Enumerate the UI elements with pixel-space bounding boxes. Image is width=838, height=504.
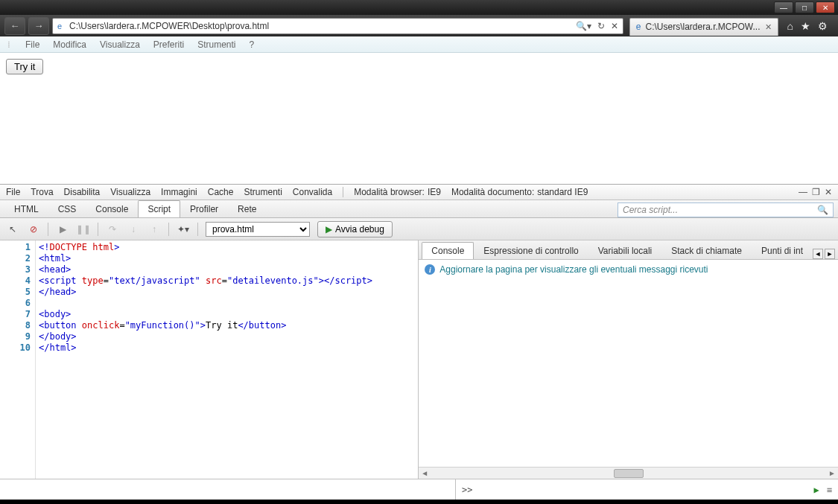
multiline-icon[interactable]: ≡	[827, 485, 832, 495]
step-out-icon[interactable]: ↑	[147, 223, 161, 236]
rtab-espressione[interactable]: Espressione di controllo	[474, 242, 588, 259]
tab-console[interactable]: Console	[86, 200, 138, 217]
devtools-menubar: File Trova Disabilita Visualizza Immagin…	[0, 184, 838, 200]
code-editor[interactable]: <!DOCTYPE html><html><head><script type=…	[36, 240, 418, 479]
console-input-row: >> ▶ ≡	[456, 479, 838, 500]
dev-close-icon[interactable]: ✕	[825, 187, 832, 197]
devtools-main: 12345678910 <!DOCTYPE html><html><head><…	[0, 240, 838, 479]
dev-menu-strumenti[interactable]: Strumenti	[244, 187, 282, 197]
tools-icon[interactable]: ⚙	[818, 20, 828, 32]
page-viewport: Try it	[0, 53, 838, 184]
search-placeholder: Cerca script...	[623, 205, 678, 215]
separator	[48, 223, 48, 236]
maximize-button[interactable]: □	[795, 1, 814, 13]
separator	[197, 223, 198, 236]
tab-title: C:\Users\lardera.r.MCPOW...	[646, 22, 761, 32]
ie-tab-icon: e	[636, 22, 641, 32]
close-button[interactable]: ✕	[816, 1, 835, 13]
tab-rete[interactable]: Rete	[228, 200, 266, 217]
line-gutter: 12345678910	[0, 240, 36, 479]
separator	[343, 187, 343, 197]
rtab-console[interactable]: Console	[422, 242, 474, 259]
search-dropdown-icon[interactable]: 🔍▾	[576, 21, 591, 31]
stop-icon[interactable]: ✕	[611, 21, 618, 31]
dev-undock-icon[interactable]: ❐	[812, 187, 820, 197]
dev-menu-trova[interactable]: Trova	[31, 187, 53, 197]
browser-tab[interactable]: e C:\Users\lardera.r.MCPOW... ✕	[629, 18, 778, 36]
address-bar[interactable]: e C:\Users\lardera.r.MCPOWER\Desktop\pro…	[52, 18, 623, 34]
menu-modifica[interactable]: Modifica	[53, 39, 86, 50]
run-icon[interactable]: ▶	[814, 485, 819, 495]
start-debug-button[interactable]: ▶ Avvia debug	[317, 221, 393, 237]
scroll-left-icon[interactable]: ◄	[419, 469, 431, 477]
dev-menu-visualizza[interactable]: Visualizza	[110, 187, 150, 197]
dev-minimize-icon[interactable]: —	[799, 187, 807, 197]
dev-menu-disabilita[interactable]: Disabilita	[64, 187, 101, 197]
play-debug-icon: ▶	[326, 224, 332, 235]
doc-mode-label: Modalità documento:	[451, 187, 534, 197]
browser-mode-label: Modalità browser:	[354, 187, 425, 197]
rtab-stack[interactable]: Stack di chiamate	[661, 242, 752, 259]
play-icon[interactable]: ▶	[56, 223, 69, 236]
scroll-right-icon[interactable]: ►	[826, 469, 838, 477]
tab-script[interactable]: Script	[138, 200, 180, 217]
tab-html[interactable]: HTML	[4, 200, 48, 217]
tab-close-icon[interactable]: ✕	[765, 22, 772, 32]
menu-strumenti[interactable]: Strumenti	[197, 39, 235, 50]
debug-label: Avvia debug	[335, 224, 384, 235]
address-text: C:\Users\lardera.r.MCPOWER\Desktop\prova…	[66, 19, 571, 33]
console-scrollbar[interactable]: ◄ ►	[419, 467, 838, 479]
tab-css[interactable]: CSS	[48, 200, 86, 217]
back-button[interactable]: ←	[4, 17, 25, 35]
clear-icon[interactable]: ⊘	[27, 223, 40, 236]
tab-scroll-right-icon[interactable]: ►	[825, 249, 835, 259]
dev-menu-immagini[interactable]: Immagini	[161, 187, 197, 197]
home-icon[interactable]: ⌂	[787, 20, 793, 32]
window-titlebar: — □ ✕	[0, 0, 838, 15]
right-tabs: Console Espressione di controllo Variabi…	[419, 240, 838, 260]
menu-visualizza[interactable]: Visualizza	[100, 39, 140, 50]
search-icon[interactable]: 🔍	[817, 205, 828, 215]
console-message: i Aggiornare la pagina per visualizzare …	[419, 260, 838, 279]
grip-icon: ⁞	[7, 39, 9, 50]
right-pane: Console Espressione di controllo Variabi…	[419, 240, 838, 479]
bottom-left	[0, 479, 456, 500]
menu-help[interactable]: ?	[250, 39, 255, 50]
try-it-button[interactable]: Try it	[6, 59, 43, 74]
browser-tabs: e C:\Users\lardera.r.MCPOW... ✕	[629, 16, 778, 36]
format-icon[interactable]: ✦▾	[177, 223, 190, 236]
menu-file[interactable]: File	[25, 39, 39, 50]
console-text: Aggiornare la pagina per visualizzare gl…	[439, 264, 708, 275]
code-pane: 12345678910 <!DOCTYPE html><html><head><…	[0, 240, 419, 479]
rtab-variabili[interactable]: Variabili locali	[588, 242, 661, 259]
step-over-icon[interactable]: ↷	[106, 223, 119, 236]
tab-profiler[interactable]: Profiler	[180, 200, 228, 217]
select-element-icon[interactable]: ↖	[6, 223, 19, 236]
dev-menu-cache[interactable]: Cache	[208, 187, 234, 197]
minimize-button[interactable]: —	[774, 1, 793, 13]
page-menubar: ⁞ File Modifica Visualizza Preferiti Str…	[0, 36, 838, 53]
dev-menu-convalida[interactable]: Convalida	[293, 187, 332, 197]
tab-scroll-left-icon[interactable]: ◄	[813, 249, 823, 259]
script-file-select[interactable]: prova.html	[206, 222, 310, 237]
info-icon: i	[425, 264, 435, 275]
console-prompt[interactable]: >>	[462, 485, 472, 495]
search-script-input[interactable]: Cerca script... 🔍	[618, 202, 834, 217]
browser-mode-value[interactable]: IE9	[428, 187, 441, 197]
devtools-toolbar: ↖ ⊘ ▶ ❚❚ ↷ ↓ ↑ ✦▾ prova.html ▶ Avvia deb…	[0, 218, 838, 240]
separator	[168, 223, 169, 236]
menu-preferiti[interactable]: Preferiti	[153, 39, 184, 50]
rtab-punti[interactable]: Punti di int	[752, 242, 813, 259]
step-into-icon[interactable]: ↓	[127, 223, 140, 236]
ie-page-icon: e	[53, 22, 66, 31]
refresh-icon[interactable]: ↻	[597, 21, 605, 31]
pause-icon[interactable]: ❚❚	[77, 223, 90, 236]
doc-mode-value[interactable]: standard IE9	[537, 187, 588, 197]
devtools-bottom: >> ▶ ≡	[0, 479, 838, 500]
forward-button[interactable]: →	[28, 17, 49, 35]
devtools-tabs: HTML CSS Console Script Profiler Rete Ce…	[0, 200, 838, 218]
scroll-thumb[interactable]	[614, 469, 644, 478]
dev-menu-file[interactable]: File	[6, 187, 20, 197]
browser-navbar: ← → e C:\Users\lardera.r.MCPOWER\Desktop…	[0, 15, 838, 36]
favorites-icon[interactable]: ★	[801, 20, 810, 32]
